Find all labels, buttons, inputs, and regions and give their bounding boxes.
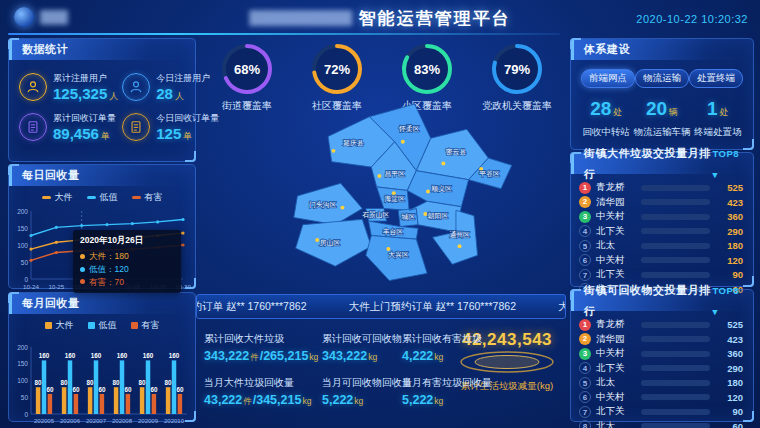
summary-value: 5,222kg <box>402 393 478 407</box>
legend-marker <box>42 196 51 199</box>
user-icon <box>19 73 47 101</box>
rank-value: 120 <box>715 392 743 403</box>
title-prefix-masked: ██████████████ <box>249 10 350 25</box>
rank-bar-track <box>641 214 710 220</box>
rank-bar-track <box>641 185 710 191</box>
stat-text: 累计回收订单量89,456单 <box>53 112 116 142</box>
rank-list-bulky: 1青龙桥5252清华园4233中关村3604北下关2905北太1806中关村12… <box>571 174 753 296</box>
rank-row: 4北下关290 <box>579 362 743 375</box>
map-point-icon <box>441 161 445 165</box>
rank-badge: 2 <box>579 333 591 345</box>
rank-row: 8北太60 <box>579 420 743 428</box>
metric-label: 回收中转站 <box>579 126 634 139</box>
ticker-order-item: 大件上门预约订单 赵** 1760***7862 <box>558 300 566 314</box>
rank-value: 423 <box>715 197 743 208</box>
tooltip-text: 有害：70 <box>89 276 124 289</box>
system-metric: 20辆物流运输车辆 <box>634 98 691 139</box>
panel-title-system-construction: 体系建设 <box>571 39 753 60</box>
stat-text: 累计注册用户125,325人 <box>53 72 118 102</box>
metric-unit: 处 <box>613 107 622 117</box>
tooltip-row: 低值：120 <box>80 263 174 276</box>
rank-bar-track <box>641 380 710 386</box>
system-tab-1[interactable]: 物流运输 <box>635 69 689 88</box>
rank-badge: 2 <box>579 196 591 208</box>
rank-name: 北下关 <box>596 225 636 238</box>
dashboard-root: ████ ██████████████ 智能运营管理平台 2020-10-22 … <box>0 0 760 428</box>
svg-text:202008: 202008 <box>112 418 133 424</box>
map-district-label: 昌平区 <box>385 170 406 178</box>
panel-rank-recyclable: 街镇可回收物交投量月排行 TOP8 ▾ 1青龙桥5252清华园4233中关村36… <box>570 289 754 422</box>
rank-name: 北太 <box>596 376 636 389</box>
rank-row: 2清华园423 <box>579 333 743 346</box>
svg-text:202009: 202009 <box>138 418 159 424</box>
legend-item: 低值 <box>87 191 118 204</box>
rank-row: 7北下关90 <box>579 405 743 418</box>
svg-text:100: 100 <box>17 377 28 384</box>
system-tab-0[interactable]: 前端网点 <box>581 69 635 88</box>
legend-label: 大件 <box>55 191 73 204</box>
system-metrics: 28处回收中转站20辆物流运输车辆1处终端处置场 <box>571 88 753 139</box>
metric-unit: 处 <box>720 107 729 117</box>
summary-unit: kg <box>309 352 318 362</box>
rank-name: 中关村 <box>596 391 636 404</box>
metric-unit: 辆 <box>669 107 678 117</box>
rank-value: 525 <box>715 182 743 193</box>
map-district-label: 通州区 <box>449 230 470 238</box>
rank-name: 北下关 <box>596 405 636 418</box>
system-tab-2[interactable]: 处置终端 <box>689 69 743 88</box>
map-district-label: 密云县 <box>446 148 467 155</box>
svg-text:60: 60 <box>72 386 80 393</box>
monthly-bar-chart[interactable]: 0501001502002020058016060202006801606020… <box>11 334 191 426</box>
gauge-ring: 79% <box>490 42 544 96</box>
svg-text:100: 100 <box>17 242 28 249</box>
svg-text:0: 0 <box>24 276 28 283</box>
metric-value: 1处 <box>691 98 746 120</box>
rank-row: 3中关村360 <box>579 347 743 360</box>
rank-list-recyclable: 1青龙桥5252清华园4233中关村3604北下关2905北太1806中关村12… <box>571 311 753 428</box>
panel-title-rank-bulky: 街镇大件垃圾交投量月排行 <box>584 143 712 185</box>
order-icon <box>19 113 47 141</box>
top-filter-dropdown[interactable]: TOP8 ▾ <box>712 280 745 322</box>
rank-row: 5北太180 <box>579 376 743 389</box>
panel-rank-bulky: 街镇大件垃圾交投量月排行 TOP8 ▾ 1青龙桥5252清华园4233中关村36… <box>570 152 754 287</box>
svg-text:202005: 202005 <box>34 418 55 424</box>
rank-bar-track <box>641 228 710 234</box>
stat-item: 累计注册用户125,325人 <box>19 72 118 102</box>
stat-grid: 累计注册用户125,325人今日注册用户28人累计回收订单量89,456单今日回… <box>9 60 195 143</box>
legend-label: 低值 <box>100 191 118 204</box>
legend-item: 有害 <box>132 191 163 204</box>
map-district-label: 怀柔区 <box>398 124 420 132</box>
svg-text:160: 160 <box>91 352 102 359</box>
stat-unit: 单 <box>183 131 192 141</box>
svg-text:202006: 202006 <box>60 418 81 424</box>
map-district-label: 门头沟区 <box>309 201 336 209</box>
rank-value: 525 <box>715 319 743 330</box>
rank-value: 180 <box>715 240 743 251</box>
gauge-value: 79% <box>490 42 544 96</box>
stat-value: 125,325人 <box>53 85 118 102</box>
panel-title-data-statistics: 数据统计 <box>9 39 195 60</box>
rank-value: 180 <box>715 377 743 388</box>
gauge-ring: 72% <box>310 42 364 96</box>
panel-title-monthly-recycling: 每月回收量 <box>9 293 195 314</box>
summary-value: 4,222kg <box>402 349 478 363</box>
order-icon <box>122 113 150 141</box>
stat-label: 累计回收订单量 <box>53 112 116 125</box>
gauge-ring: 83% <box>400 42 454 96</box>
rank-value: 360 <box>715 348 743 359</box>
gauge-value: 83% <box>400 42 454 96</box>
svg-text:160: 160 <box>169 352 180 359</box>
map-point-icon <box>340 206 344 210</box>
legend-label: 有害 <box>142 319 160 332</box>
summary-unit: kg <box>368 352 377 362</box>
top-filter-dropdown[interactable]: TOP8 ▾ <box>712 143 745 185</box>
svg-text:202007: 202007 <box>86 418 107 424</box>
ticker-order-item: 大件上门预约订单 赵** 1760***7862 <box>196 300 306 314</box>
beijing-map-svg[interactable]: 延庆县怀柔区密云县平谷区昌平区顺义区门头沟区海淀区石景山区城区朝阳区丰台区房山区… <box>283 100 519 290</box>
user-icon <box>122 73 150 101</box>
metric-label: 物流运输车辆 <box>634 126 691 139</box>
svg-text:80: 80 <box>87 379 95 386</box>
map-point-icon <box>331 149 335 153</box>
rank-value: 90 <box>715 406 743 417</box>
daily-legend: 大件低值有害 <box>9 186 195 204</box>
